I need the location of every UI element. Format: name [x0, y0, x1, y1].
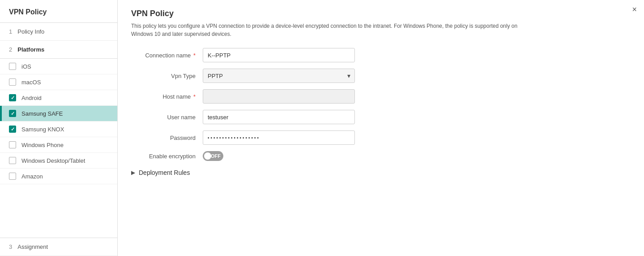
windows-phone-label: Windows Phone: [21, 142, 64, 148]
connection-name-row: Connection name *: [131, 48, 631, 62]
modal-container: VPN Policy 1 Policy Info 2 Platforms iOS…: [0, 0, 644, 256]
host-name-label: Host name *: [131, 93, 203, 100]
connection-name-required: *: [193, 52, 196, 59]
step-2-label: Platforms: [17, 46, 44, 53]
enable-encryption-row: Enable encryption OFF: [131, 151, 631, 161]
step-1-label: Policy Info: [17, 28, 44, 35]
samsung-knox-label: Samsung KNOX: [21, 126, 64, 133]
host-name-input[interactable]: [203, 89, 355, 104]
platform-item-ios[interactable]: iOS: [0, 59, 117, 74]
platform-item-windows-desktop[interactable]: Windows Desktop/Tablet: [0, 153, 117, 169]
vpn-type-row: Vpn Type PPTP L2TP IPSec IKEv2: [131, 69, 631, 83]
amazon-checkbox[interactable]: [9, 173, 16, 180]
connection-name-label: Connection name *: [131, 52, 203, 59]
toggle-state-label: OFF: [211, 153, 221, 159]
platform-item-android[interactable]: Android: [0, 90, 117, 106]
step-1-number: 1: [9, 28, 12, 35]
password-label: Password: [131, 135, 203, 141]
host-name-required: *: [193, 93, 196, 100]
samsung-knox-checkbox[interactable]: [9, 126, 16, 133]
enable-encryption-label: Enable encryption: [131, 153, 203, 160]
sidebar-step-assignment[interactable]: 3 Assignment: [0, 238, 117, 256]
page-description: This policy lets you configure a VPN con…: [131, 22, 534, 38]
platform-item-samsung-safe[interactable]: Samsung SAFE: [0, 106, 117, 121]
step-3-number: 3: [9, 243, 12, 250]
ios-label: iOS: [21, 63, 31, 70]
samsung-safe-label: Samsung SAFE: [21, 110, 63, 117]
windows-desktop-label: Windows Desktop/Tablet: [21, 157, 85, 164]
amazon-label: Amazon: [21, 173, 43, 180]
close-button[interactable]: ×: [632, 5, 637, 13]
platform-item-macos[interactable]: macOS: [0, 74, 117, 90]
enable-encryption-toggle[interactable]: OFF: [203, 151, 223, 161]
deployment-rules-label: Deployment Rules: [139, 169, 190, 176]
host-name-row: Host name *: [131, 89, 631, 104]
sidebar-title: VPN Policy: [0, 0, 117, 23]
password-row: Password: [131, 130, 631, 145]
android-checkbox[interactable]: [9, 94, 16, 101]
connection-name-input[interactable]: [203, 48, 355, 62]
android-label: Android: [21, 95, 42, 101]
samsung-safe-checkbox[interactable]: [9, 110, 16, 117]
user-name-label: User name: [131, 114, 203, 121]
macos-checkbox[interactable]: [9, 78, 16, 86]
ios-checkbox[interactable]: [9, 63, 16, 70]
page-title: VPN Policy: [131, 9, 631, 18]
step-3-label: Assignment: [17, 243, 48, 250]
deployment-rules-section[interactable]: ▶ Deployment Rules: [131, 169, 631, 176]
windows-desktop-checkbox[interactable]: [9, 157, 16, 164]
deployment-rules-arrow: ▶: [131, 169, 135, 176]
sidebar-step-policy-info[interactable]: 1 Policy Info: [0, 23, 117, 41]
user-name-input[interactable]: [203, 110, 355, 124]
sidebar: VPN Policy 1 Policy Info 2 Platforms iOS…: [0, 0, 118, 256]
vpn-type-label: Vpn Type: [131, 73, 203, 79]
windows-phone-checkbox[interactable]: [9, 141, 16, 148]
macos-label: macOS: [21, 79, 41, 86]
password-input[interactable]: [203, 130, 355, 145]
vpn-type-select[interactable]: PPTP L2TP IPSec IKEv2: [203, 69, 355, 83]
enable-encryption-toggle-wrap: OFF: [203, 151, 223, 161]
platform-item-amazon[interactable]: Amazon: [0, 169, 117, 184]
vpn-type-select-wrapper: PPTP L2TP IPSec IKEv2: [203, 69, 355, 83]
sidebar-step-platforms[interactable]: 2 Platforms: [0, 41, 117, 59]
step-2-number: 2: [9, 46, 12, 53]
main-content: × VPN Policy This policy lets you config…: [118, 0, 644, 256]
platform-item-samsung-knox[interactable]: Samsung KNOX: [0, 121, 117, 137]
user-name-row: User name: [131, 110, 631, 124]
platform-item-windows-phone[interactable]: Windows Phone: [0, 137, 117, 153]
